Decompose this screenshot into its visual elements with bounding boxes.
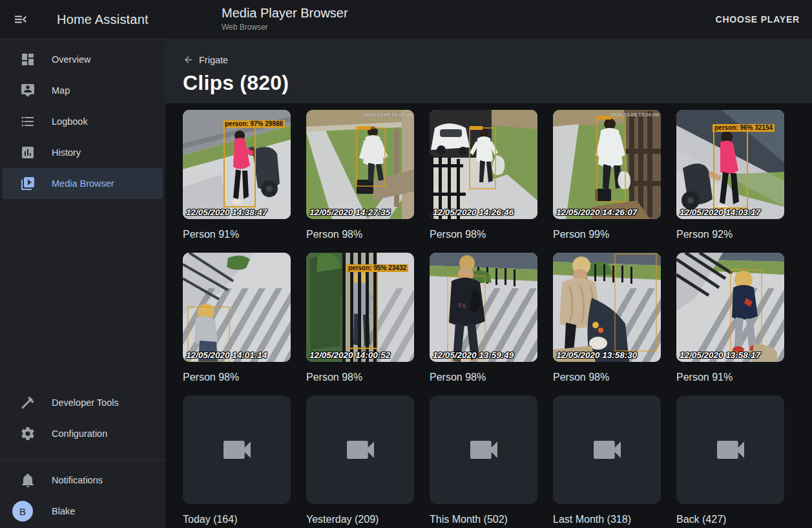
video-camera-icon — [219, 432, 255, 468]
camera-snapshot-image — [676, 253, 784, 362]
camera-snapshot-image — [553, 253, 661, 362]
sidebar-item-developer-tools[interactable]: Developer Tools — [3, 387, 163, 418]
clip-timestamp-overlay: 12/05/2020 13:59:49 — [433, 350, 514, 360]
folder-thumbnail — [183, 396, 291, 504]
sidebar-nav: OverviewMapLogbookHistoryMedia Browser — [0, 39, 165, 199]
page-subtitle: Web Browser — [222, 22, 348, 32]
page-title: Media Player Browser — [222, 5, 348, 21]
clip-caption: Person 92% — [676, 228, 784, 241]
content-header: Frigate Clips (820) — [165, 39, 812, 103]
clip-card[interactable]: 12/05/2020 14:01:14Person 98% — [183, 253, 291, 396]
bell-icon — [20, 472, 36, 488]
sidebar-item-media-browser[interactable]: Media Browser — [3, 168, 163, 199]
clip-caption: Person 98% — [306, 371, 414, 384]
sidebar-item-label: Developer Tools — [52, 397, 119, 408]
user-name-label: Blake — [52, 506, 75, 516]
clip-timestamp-overlay: 12/05/2020 14:26:07 — [556, 207, 637, 217]
clip-timestamp-overlay: 12/05/2020 13:58:30 — [556, 350, 637, 360]
camera-snapshot-image: ES — [430, 253, 537, 362]
clip-card[interactable]: person: 96% 3215412/05/2020 14:03:17Pers… — [676, 110, 784, 253]
clip-grid: person: 97% 2998812/05/2020 14:38:47Pers… — [165, 103, 812, 528]
folder-thumbnail — [553, 396, 661, 504]
camera-datetime-overlay: 2020-12-05 15:27:36 — [364, 112, 412, 118]
logbook-list-icon — [20, 114, 36, 129]
clip-card[interactable]: person: 97% 2998812/05/2020 14:38:47Pers… — [183, 110, 291, 253]
sidebar-item-overview[interactable]: Overview — [3, 44, 163, 75]
sidebar-item-label: Overview — [52, 54, 90, 65]
clip-card[interactable]: 2020-12-05 15:26:0812/05/2020 14:26:07Pe… — [553, 110, 661, 253]
clip-thumbnail: person: 95% 2343212/05/2020 14:00:52 — [306, 253, 414, 362]
media-browser-content: person: 97% 2998812/05/2020 14:38:47Pers… — [165, 103, 812, 528]
sidebar-item-user[interactable]: B Blake — [3, 496, 163, 527]
clip-card[interactable]: person: 95% 2343212/05/2020 14:00:52Pers… — [306, 253, 414, 396]
clip-timestamp-overlay: 12/05/2020 14:38:47 — [186, 207, 267, 217]
sidebar-item-notifications[interactable]: Notifications — [3, 465, 163, 496]
clip-timestamp-overlay: 12/05/2020 14:26:46 — [433, 207, 514, 217]
folder-card[interactable]: Yesterday (209) — [306, 396, 414, 528]
clip-caption: Person 99% — [553, 228, 661, 241]
folder-card[interactable]: Back (427) — [676, 396, 784, 528]
camera-datetime-overlay: 2020-12-05 15:26:08 — [610, 112, 659, 118]
app-title: Home Assistant — [57, 12, 149, 27]
clip-timestamp-overlay: 12/05/2020 14:27:35 — [309, 207, 390, 217]
clip-timestamp-overlay: 12/05/2020 14:03:17 — [680, 207, 760, 217]
breadcrumb[interactable]: Frigate — [183, 54, 228, 65]
clip-caption: Person 98% — [430, 228, 537, 241]
folder-caption: Yesterday (209) — [306, 513, 414, 526]
clip-card[interactable]: 2020-12-05 15:27:3612/05/2020 14:27:35Pe… — [306, 110, 414, 253]
sidebar-item-map[interactable]: Map — [3, 75, 163, 106]
sidebar-item-configuration[interactable]: Configuration — [3, 418, 163, 449]
clip-timestamp-overlay: 12/05/2020 14:00:52 — [309, 350, 390, 360]
camera-snapshot-image — [306, 110, 414, 219]
detection-box-label: person: 95% 23432 — [346, 264, 408, 272]
clip-caption: Person 98% — [553, 371, 661, 384]
clip-caption: Person 98% — [430, 371, 537, 384]
folder-thumbnail — [676, 396, 784, 504]
clip-thumbnail: person: 97% 2998812/05/2020 14:38:47 — [183, 110, 291, 219]
clip-thumbnail: 2020-12-05 15:27:3612/05/2020 14:27:35 — [306, 110, 414, 219]
clip-caption: Person 91% — [183, 228, 291, 241]
sidebar-item-label: Configuration — [52, 428, 107, 439]
arrow-left-icon — [183, 54, 194, 65]
folder-caption: Back (427) — [676, 513, 784, 526]
sidebar-item-logbook[interactable]: Logbook — [3, 106, 163, 137]
clip-card[interactable]: ES 12/05/2020 13:59:49Person 98% — [430, 253, 537, 396]
folder-caption: This Month (502) — [430, 513, 537, 526]
sidebar-item-label: Media Browser — [52, 178, 114, 189]
sidebar-item-label: Logbook — [52, 116, 88, 127]
folder-card[interactable]: This Month (502) — [430, 396, 537, 528]
folder-card[interactable]: Last Month (318) — [553, 396, 661, 528]
clip-thumbnail: 12/05/2020 14:01:14 — [183, 253, 291, 362]
breadcrumb-label: Frigate — [199, 55, 228, 65]
video-camera-icon — [713, 432, 749, 468]
sidebar: OverviewMapLogbookHistoryMedia Browser D… — [0, 39, 165, 528]
sidebar-item-label: History — [52, 147, 81, 158]
clip-thumbnail: person: 96% 3215412/05/2020 14:03:17 — [676, 110, 784, 219]
folder-caption: Today (164) — [183, 513, 291, 526]
folder-card[interactable]: Today (164) — [183, 396, 291, 528]
notifications-label: Notifications — [52, 475, 103, 485]
clip-card[interactable]: 12/05/2020 13:58:17Person 91% — [676, 253, 784, 396]
sidebar-item-history[interactable]: History — [3, 137, 163, 168]
media-browser-icon — [20, 176, 36, 191]
clip-card[interactable]: 12/05/2020 13:58:30Person 98% — [553, 253, 661, 396]
clip-caption: Person 91% — [676, 371, 784, 384]
sidebar-item-label: Map — [52, 85, 70, 96]
folder-thumbnail — [306, 396, 414, 504]
clip-caption: Person 98% — [183, 371, 291, 384]
sidebar-toggle-button[interactable] — [5, 4, 36, 35]
avatar: B — [12, 501, 33, 522]
clip-timestamp-overlay: 12/05/2020 14:01:14 — [186, 350, 267, 360]
gear-icon — [20, 426, 36, 441]
folder-thumbnail — [430, 396, 537, 504]
map-account-icon — [20, 83, 36, 98]
choose-player-button[interactable]: CHOOSE PLAYER — [711, 0, 805, 39]
camera-snapshot-image — [430, 110, 537, 219]
video-camera-icon — [342, 432, 379, 468]
clip-timestamp-overlay: 12/05/2020 13:58:17 — [680, 350, 760, 360]
page-heading: Clips (820) — [183, 71, 289, 95]
history-chart-icon — [20, 145, 36, 160]
svg-text:ES: ES — [458, 302, 466, 310]
clip-card[interactable]: 12/05/2020 14:26:46Person 98% — [430, 110, 537, 253]
clip-thumbnail: 12/05/2020 13:58:30 — [553, 253, 661, 362]
